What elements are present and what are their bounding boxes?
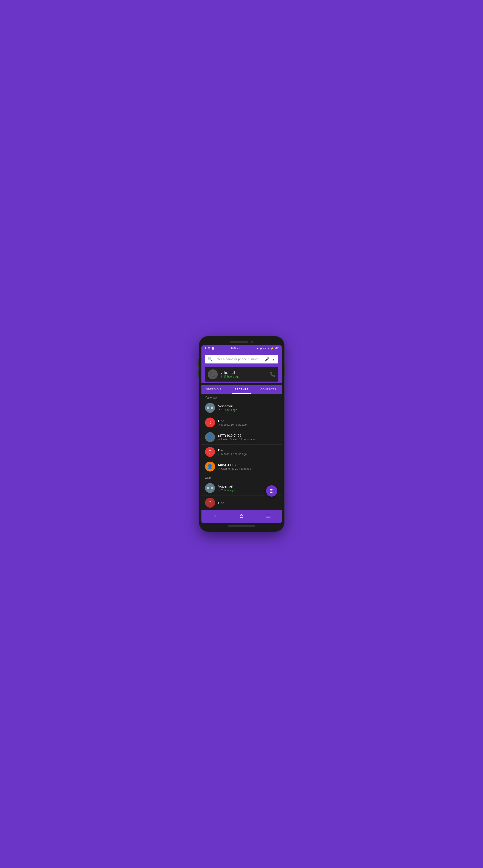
share-icon: ⬆ [204, 347, 206, 350]
bottom-grille [228, 525, 255, 527]
incoming-arrow-icon: ↙ [218, 423, 221, 426]
call-time: Mobile, 16 hours ago [221, 423, 247, 426]
dialpad-icon [269, 488, 274, 494]
tab-contacts[interactable]: CONTACTS [255, 385, 282, 394]
front-camera [251, 341, 253, 343]
avatar: 👤 [205, 432, 215, 442]
call-time: Mobile, 17 hours ago [221, 453, 247, 456]
voicemail-time: 13 hours ago [224, 375, 239, 378]
svg-point-4 [271, 491, 272, 491]
search-input[interactable]: Enter a name or phone number [215, 358, 263, 361]
voicemail-recent-left: 📞 Voicemail ↗ 13 hours ago [208, 369, 239, 379]
battery-icon: ⚡ [271, 347, 274, 350]
more-options-icon[interactable]: ⋮ [272, 357, 276, 362]
svg-point-3 [270, 491, 271, 491]
voicemail-name: Voicemail [221, 371, 239, 375]
tab-speed-dial[interactable]: SPEED DIAL [201, 385, 228, 394]
phone-top-bar [201, 341, 282, 345]
call-item[interactable]: D Dad ↙ Mobile, 16 hours ago [201, 415, 282, 430]
section-header-yesterday: Yesterday [201, 394, 282, 401]
call-item[interactable]: D Dad [201, 495, 282, 510]
call-info: Dad [218, 501, 278, 505]
status-right-icons: ✦ ⏰ LTE ▲ ⚡ 92% [257, 347, 279, 350]
contact-name: Dad [218, 501, 278, 505]
bluetooth-icon: ✦ [257, 347, 258, 350]
call-time: 13 hours ago [221, 408, 237, 412]
call-detail: ↗ 13 hours ago [218, 408, 278, 412]
call-info: (877) 910-7459 ↙ United States, 17 hours… [218, 434, 278, 441]
svg-point-8 [273, 492, 274, 493]
call-item[interactable]: ⏺⏺ Voicemail ↗ 13 hours ago [201, 401, 282, 415]
outgoing-arrow-icon: ↗ [220, 375, 223, 378]
speaker-grille [230, 341, 248, 343]
avatar: D [205, 417, 215, 428]
search-icon: 🔍 [208, 357, 213, 362]
person-icon: 👤 [207, 464, 213, 469]
person-icon: 👤 [207, 434, 213, 440]
call-info: Dad ↙ Mobile, 17 hours ago [218, 448, 278, 456]
voicemail-avatar-icon: ⏺⏺ [206, 486, 214, 491]
clipboard-icon: 📋 [211, 347, 215, 350]
avatar: ⏺⏺ [205, 483, 215, 493]
phone-screen: ⬆ 🖼 📋 8:02 AM ✦ ⏰ LTE ▲ ⚡ 92% 🔍 Enter a … [201, 345, 282, 523]
contact-letter: D [208, 450, 211, 455]
contact-name: Dad [218, 419, 278, 423]
svg-point-7 [271, 492, 272, 493]
call-detail: ↙ Oklahoma, 20 hours ago [218, 467, 278, 470]
contact-name: (877) 910-7459 [218, 434, 278, 437]
svg-rect-9 [266, 515, 271, 515]
phone-bottom-bar [201, 523, 282, 527]
svg-point-5 [273, 491, 274, 491]
status-time: 8:02 AM [215, 347, 257, 350]
outgoing-arrow-icon: ↗ [218, 489, 221, 492]
missed-arrow-icon: ↙ [218, 467, 221, 470]
voicemail-avatar-icon: ⏺⏺ [206, 405, 214, 410]
voicemail-avatar: 📞 [208, 369, 218, 379]
power-button[interactable] [284, 364, 285, 375]
voicemail-icon: 📞 [209, 371, 216, 377]
call-time: 2 days ago [221, 489, 235, 492]
contact-name: Dad [218, 448, 278, 452]
avatar: ⏺⏺ [205, 403, 215, 413]
svg-point-6 [270, 492, 271, 493]
contact-name: (405) 309-8002 [218, 463, 278, 467]
call-item[interactable]: D Dad ↙ Mobile, 17 hours ago [201, 445, 282, 459]
call-phone-icon[interactable]: 📞 [270, 372, 276, 377]
svg-point-2 [273, 489, 274, 490]
volume-up-button[interactable] [198, 359, 199, 367]
contact-name: Voicemail [218, 404, 278, 408]
bottom-nav [201, 510, 282, 523]
call-info: Dad ↙ Mobile, 16 hours ago [218, 419, 278, 426]
mic-icon[interactable]: 🎤 [264, 357, 269, 362]
battery-percentage: 92% [274, 347, 279, 350]
call-time: Oklahoma, 20 hours ago [221, 467, 251, 470]
call-info: (405) 309-8002 ↙ Oklahoma, 20 hours ago [218, 463, 278, 470]
voicemail-recent-item[interactable]: 📞 Voicemail ↗ 13 hours ago 📞 [205, 367, 278, 381]
svg-rect-10 [266, 516, 271, 516]
incoming-arrow-icon: ↙ [218, 453, 221, 456]
status-bar: ⬆ 🖼 📋 8:02 AM ✦ ⏰ LTE ▲ ⚡ 92% [201, 345, 282, 351]
avatar: D [205, 447, 215, 457]
voicemail-time-row: ↗ 13 hours ago [221, 375, 239, 378]
image-icon: 🖼 [207, 347, 210, 350]
menu-button[interactable] [261, 513, 275, 521]
call-info: Voicemail ↗ 13 hours ago [218, 404, 278, 412]
avatar: 👤 [205, 462, 215, 471]
search-bar[interactable]: 🔍 Enter a name or phone number 🎤 ⋮ [205, 355, 278, 364]
signal-icon: ▲ [268, 347, 270, 350]
call-item[interactable]: 👤 (877) 910-7459 ↙ United States, 17 hou… [201, 430, 282, 445]
volume-down-button[interactable] [198, 369, 199, 377]
home-icon [239, 514, 244, 518]
svg-point-0 [270, 489, 271, 490]
lte-icon: LTE [263, 347, 266, 349]
dialpad-fab[interactable] [266, 485, 277, 497]
home-button[interactable] [235, 513, 248, 521]
menu-icon [266, 514, 271, 518]
outgoing-arrow-icon: ↗ [218, 408, 221, 412]
tab-bar: SPEED DIAL RECENTS CONTACTS [201, 385, 282, 394]
tab-recents[interactable]: RECENTS [228, 385, 255, 394]
call-item[interactable]: 👤 (405) 309-8002 ↙ Oklahoma, 20 hours ag… [201, 459, 282, 474]
status-left-icons: ⬆ 🖼 📋 [204, 347, 215, 350]
back-button[interactable] [208, 513, 222, 521]
call-time: United States, 17 hours ago [221, 438, 255, 441]
